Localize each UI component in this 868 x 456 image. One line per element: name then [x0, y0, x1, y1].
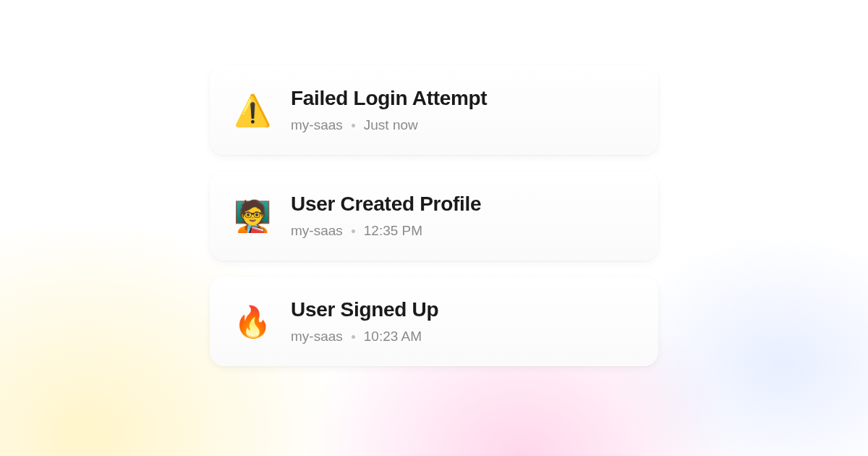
- notification-source: my-saas: [291, 223, 343, 239]
- notification-time: 12:35 PM: [364, 223, 422, 239]
- notification-time: 10:23 AM: [364, 329, 422, 345]
- notification-card[interactable]: 🧑‍🏫 User Created Profile my-saas 12:35 P…: [210, 171, 658, 261]
- teacher-icon: 🧑‍🏫: [234, 198, 271, 234]
- notification-meta: my-saas 10:23 AM: [291, 329, 438, 345]
- separator-dot: [352, 229, 355, 233]
- warning-icon: ⚠️: [234, 92, 271, 128]
- fire-icon: 🔥: [234, 303, 271, 339]
- notification-source: my-saas: [291, 329, 343, 345]
- notification-content: User Created Profile my-saas 12:35 PM: [291, 193, 481, 239]
- separator-dot: [352, 124, 355, 127]
- notification-title: Failed Login Attempt: [291, 87, 487, 110]
- notification-title: User Created Profile: [291, 193, 481, 216]
- notification-meta: my-saas 12:35 PM: [291, 223, 481, 239]
- notification-card[interactable]: ⚠️ Failed Login Attempt my-saas Just now: [210, 65, 658, 155]
- separator-dot: [352, 335, 355, 339]
- notification-content: User Signed Up my-saas 10:23 AM: [291, 298, 438, 345]
- notification-meta: my-saas Just now: [291, 117, 487, 133]
- notification-card[interactable]: 🔥 User Signed Up my-saas 10:23 AM: [210, 276, 658, 366]
- notification-source: my-saas: [291, 117, 343, 133]
- notification-title: User Signed Up: [291, 298, 438, 321]
- notification-list: ⚠️ Failed Login Attempt my-saas Just now…: [210, 65, 658, 366]
- notification-time: Just now: [364, 117, 418, 133]
- notification-content: Failed Login Attempt my-saas Just now: [291, 87, 487, 133]
